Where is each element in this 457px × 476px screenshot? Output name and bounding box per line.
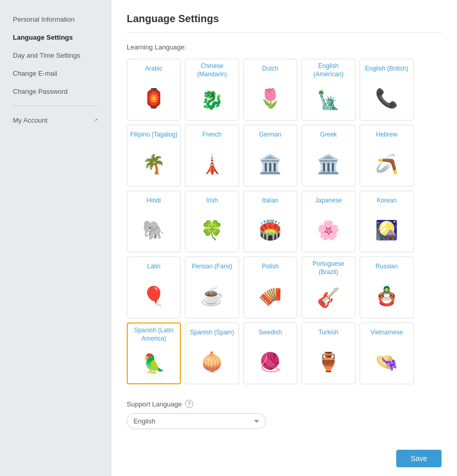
lang-card-dutch[interactable]: Dutch🌷: [243, 59, 297, 121]
lang-card-italian[interactable]: Italian🏟️: [243, 191, 297, 252]
lang-name-korean: Korean: [375, 191, 399, 209]
sidebar-item-day-time-settings[interactable]: Day and Time Settings: [0, 46, 111, 64]
lang-card-irish[interactable]: Irish🍀: [185, 191, 239, 252]
lang-card-swedish[interactable]: Swedish🧶: [243, 322, 297, 384]
lang-card-german[interactable]: German🏛️: [243, 125, 297, 186]
lang-image-english-british: 📞: [360, 77, 413, 120]
lang-image-spanish-spain: 🧅: [185, 341, 239, 384]
lang-image-swedish: 🧶: [244, 341, 297, 384]
lang-name-persian-farsi: Persian (Farsi): [190, 257, 234, 275]
sidebar-divider: [13, 106, 98, 106]
lang-card-arabic[interactable]: Arabic🏮: [127, 59, 181, 121]
lang-name-french: French: [200, 125, 224, 143]
lang-name-polish: Polish: [260, 257, 281, 275]
lang-card-spanish-latin-america[interactable]: Spanish (Latin America)🦜: [127, 322, 181, 384]
lang-image-persian-farsi: ☕: [185, 275, 239, 318]
lang-name-arabic: Arabic: [143, 59, 164, 77]
lang-name-italian: Italian: [260, 191, 280, 209]
lang-image-portuguese-brazil: 🎸: [302, 278, 355, 318]
sidebar-item-change-password[interactable]: Change Password: [0, 82, 111, 100]
lang-image-hindi: 🐘: [127, 209, 180, 252]
lang-name-spanish-latin-america: Spanish (Latin America): [128, 324, 180, 344]
lang-image-vietnamese: 👒: [360, 341, 413, 384]
lang-card-spanish-spain[interactable]: Spanish (Spain)🧅: [185, 322, 239, 384]
lang-name-hindi: Hindi: [145, 191, 163, 209]
support-language-select[interactable]: English Spanish French German Chinese: [127, 413, 266, 429]
lang-name-swedish: Swedish: [257, 323, 284, 341]
lang-image-russian: 🪆: [360, 275, 413, 318]
lang-image-korean: 🎑: [360, 209, 413, 252]
support-language-section: Support Language ? English Spanish Frenc…: [127, 400, 442, 429]
my-account-label: My Account: [13, 116, 47, 124]
lang-image-hebrew: 🪃: [360, 143, 413, 186]
lang-name-vietnamese: Vietnamese: [368, 323, 405, 341]
lang-name-latin: Latin: [145, 257, 162, 275]
lang-name-turkish: Turkish: [316, 323, 341, 341]
lang-card-russian[interactable]: Russian🪆: [360, 257, 414, 318]
lang-name-greek: Greek: [318, 125, 339, 143]
sidebar-item-my-account[interactable]: My Account ↗: [0, 111, 111, 129]
lang-image-dutch: 🌷: [244, 77, 297, 120]
sidebar-item-personal-information[interactable]: Personal Information: [0, 10, 111, 28]
lang-card-filipino-tagalog[interactable]: Filipino (Tagalog)🌴: [127, 125, 181, 186]
lang-card-persian-farsi[interactable]: Persian (Farsi)☕: [185, 257, 239, 318]
help-icon[interactable]: ?: [185, 400, 193, 408]
lang-name-spanish-spain: Spanish (Spain): [188, 323, 236, 341]
lang-image-greek: 🏛️: [302, 143, 355, 186]
lang-image-french: 🗼: [185, 143, 239, 186]
support-language-label: Support Language ?: [127, 400, 442, 408]
lang-card-turkish[interactable]: Turkish🏺: [301, 322, 356, 384]
lang-image-chinese-mandarin: 🐉: [185, 80, 239, 120]
sidebar-item-language-settings[interactable]: Language Settings: [0, 28, 111, 46]
lang-name-english-american: English (American): [302, 59, 355, 80]
lang-card-hebrew[interactable]: Hebrew🪃: [360, 125, 414, 186]
lang-image-turkish: 🏺: [302, 341, 355, 384]
lang-card-english-american[interactable]: English (American)🗽: [301, 59, 356, 121]
lang-image-italian: 🏟️: [244, 209, 297, 252]
lang-card-polish[interactable]: Polish🪗: [243, 257, 297, 318]
section-divider: [127, 32, 442, 33]
save-button[interactable]: Save: [396, 450, 442, 467]
lang-image-japanese: 🌸: [302, 209, 355, 252]
sidebar-item-change-email[interactable]: Change E-mail: [0, 64, 111, 82]
lang-image-spanish-latin-america: 🦜: [128, 344, 180, 383]
lang-card-vietnamese[interactable]: Vietnamese👒: [360, 322, 414, 384]
lang-name-russian: Russian: [374, 257, 400, 275]
lang-card-chinese-mandarin[interactable]: Chinese (Mandarin)🐉: [185, 59, 239, 121]
sidebar: Personal Information Language Settings D…: [0, 0, 111, 476]
main-content: Language Settings Learning Language: Ara…: [111, 0, 457, 476]
language-grid: Arabic🏮Chinese (Mandarin)🐉Dutch🌷English …: [127, 59, 442, 384]
lang-card-hindi[interactable]: Hindi🐘: [127, 191, 181, 252]
page-title: Language Settings: [127, 13, 442, 25]
lang-card-latin[interactable]: Latin🎈: [127, 257, 181, 318]
lang-name-dutch: Dutch: [260, 59, 280, 77]
lang-card-french[interactable]: French🗼: [185, 125, 239, 186]
lang-name-irish: Irish: [204, 191, 220, 209]
lang-name-german: German: [257, 125, 283, 143]
lang-card-english-british[interactable]: English (British)📞: [360, 59, 414, 121]
lang-card-portuguese-brazil[interactable]: Portuguese (Brazil)🎸: [301, 257, 356, 318]
lang-card-greek[interactable]: Greek🏛️: [301, 125, 356, 186]
external-link-icon: ↗: [93, 117, 98, 124]
lang-image-irish: 🍀: [185, 209, 239, 252]
lang-card-japanese[interactable]: Japanese🌸: [301, 191, 356, 252]
lang-image-german: 🏛️: [244, 143, 297, 186]
lang-name-portuguese-brazil: Portuguese (Brazil): [302, 257, 355, 278]
lang-card-korean[interactable]: Korean🎑: [360, 191, 414, 252]
lang-image-english-american: 🗽: [302, 80, 355, 120]
lang-name-chinese-mandarin: Chinese (Mandarin): [185, 59, 239, 80]
lang-name-japanese: Japanese: [313, 191, 344, 209]
lang-name-english-british: English (British): [363, 59, 410, 77]
lang-image-filipino-tagalog: 🌴: [127, 143, 180, 186]
lang-image-latin: 🎈: [127, 275, 180, 318]
lang-image-arabic: 🏮: [127, 77, 180, 120]
save-button-container: Save: [127, 450, 442, 467]
lang-name-hebrew: Hebrew: [374, 125, 399, 143]
lang-image-polish: 🪗: [244, 275, 297, 318]
learning-language-label: Learning Language:: [127, 43, 442, 51]
lang-name-filipino-tagalog: Filipino (Tagalog): [128, 125, 179, 143]
